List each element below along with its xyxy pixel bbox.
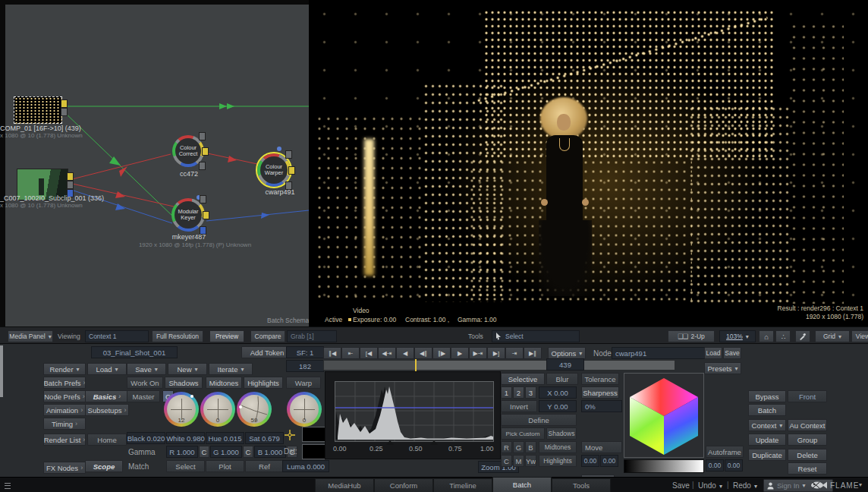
context-dropdown[interactable]: Context: [748, 419, 786, 431]
scope-toggle[interactable]: Scope: [85, 460, 123, 472]
front-button[interactable]: Front: [788, 390, 827, 402]
au-context-button[interactable]: Au Context: [788, 419, 827, 431]
range-shadows-button[interactable]: Shadows: [165, 377, 203, 389]
start-frame-field[interactable]: SF: 1: [286, 346, 324, 358]
selective-2-button[interactable]: 2: [513, 386, 524, 399]
grayscale-ramp[interactable]: [624, 459, 704, 473]
selective-button[interactable]: Selective: [501, 373, 545, 385]
node-save-button[interactable]: Save: [723, 347, 741, 359]
viewing-context-field[interactable]: Context 1: [85, 330, 149, 342]
view-button[interactable]: View: [851, 330, 868, 342]
two-up-button[interactable]: ❑❑2-Up: [668, 330, 715, 342]
node-load-button[interactable]: Load: [704, 347, 722, 359]
define-m-button[interactable]: M: [513, 455, 524, 467]
tool-select-field[interactable]: Select: [492, 330, 580, 342]
options-dropdown[interactable]: Options: [548, 347, 586, 359]
panel-scrollbar[interactable]: [0, 345, 3, 397]
transport-prev-key-button[interactable]: ⇤: [341, 347, 360, 359]
warp-button[interactable]: Warp: [286, 377, 321, 389]
selective-1-button[interactable]: 1: [501, 386, 512, 399]
load-dropdown[interactable]: Load: [87, 363, 127, 375]
define-shadows-button[interactable]: Shadows: [546, 427, 577, 440]
autoframe-y-field[interactable]: 0.00: [725, 459, 743, 472]
luma-field[interactable]: Luma 0.000: [282, 460, 329, 472]
batch-schematic-pane[interactable]: COMP_01 [16F->10] (439) x 1080 @ 10 (1.7…: [0, 0, 309, 326]
gamma-r-field[interactable]: R 1.000: [166, 446, 198, 458]
preview-button[interactable]: Preview: [209, 330, 244, 342]
warp-colour-wheel[interactable]: 0: [287, 392, 322, 427]
node-colour-warper[interactable]: ColourWarper: [257, 153, 291, 187]
delete-button[interactable]: Delete: [788, 449, 827, 461]
pick-custom-button[interactable]: Pick Custom: [501, 427, 545, 440]
transport-play-reverse-button[interactable]: ◀: [396, 347, 414, 359]
grab-field[interactable]: Grab [1]: [287, 330, 337, 342]
selective-3-button[interactable]: 3: [525, 386, 536, 399]
subsetups-button[interactable]: Subsetups: [85, 404, 129, 416]
range-highlights-button[interactable]: Highlights: [244, 377, 283, 389]
batch-mode-button[interactable]: Batch: [748, 404, 786, 416]
playhead[interactable]: [415, 359, 417, 371]
sharpness-button[interactable]: Sharpness: [581, 386, 619, 399]
invert-button[interactable]: Invert: [501, 400, 537, 412]
match-ref-button[interactable]: Ref: [245, 460, 284, 472]
highlights-colour-wheel[interactable]: 59: [237, 392, 272, 427]
tab-conform[interactable]: Conform: [374, 478, 433, 492]
brand-caret-icon[interactable]: ▾: [859, 481, 862, 488]
define-yw-button[interactable]: Yw: [525, 455, 536, 467]
tab-timeline[interactable]: Timeline: [433, 478, 492, 492]
viewer[interactable]: Active Video Exposure: 0.00 Contrast: 1.…: [309, 0, 868, 326]
tab-mediahub[interactable]: MediaHub: [315, 478, 374, 492]
clip-node-comp01[interactable]: [14, 96, 62, 124]
colour-picker-button[interactable]: [795, 330, 810, 342]
presets-dropdown[interactable]: Presets: [704, 362, 741, 374]
autoframe-button[interactable]: Autoframe: [706, 446, 744, 458]
home-button[interactable]: ⌂: [759, 330, 774, 342]
move-x-field[interactable]: 0.00: [581, 455, 599, 467]
node-name-field[interactable]: cwarp491: [612, 347, 706, 359]
tolerance-button[interactable]: Tolerance: [581, 373, 619, 385]
tab-batch[interactable]: Batch: [492, 477, 552, 492]
save-dropdown[interactable]: Save: [127, 363, 166, 375]
transport-in-button[interactable]: [◀: [360, 347, 378, 359]
full-resolution-button[interactable]: Full Resolution: [152, 330, 203, 342]
update-button[interactable]: Update: [748, 434, 786, 446]
fx-nodes-button[interactable]: FX Nodes: [43, 462, 86, 474]
range-midtones-button[interactable]: Midtones: [206, 377, 242, 389]
node-prefs-button[interactable]: Node Prefs: [43, 390, 86, 402]
grid-dropdown[interactable]: Grid: [815, 330, 850, 342]
transport-play-button[interactable]: ▶: [451, 347, 469, 359]
reset-button[interactable]: Reset: [788, 462, 827, 475]
match-select-button[interactable]: Select: [166, 460, 205, 472]
blur-y-field[interactable]: Y 0.00: [539, 400, 577, 412]
current-frame-field[interactable]: 182: [286, 360, 324, 372]
transport-last-button[interactable]: ▶∥: [524, 347, 542, 359]
work-on-button[interactable]: Work On: [127, 377, 163, 389]
hist-marker2[interactable]: [430, 440, 438, 445]
define-r-button[interactable]: R: [501, 441, 512, 453]
duplicate-button[interactable]: Duplicate: [748, 449, 786, 461]
batch-prefs-button[interactable]: Batch Prefs: [43, 377, 86, 389]
blur-button[interactable]: Blur: [546, 373, 578, 385]
define-midtones-button[interactable]: Midtones: [539, 441, 577, 453]
gamma-b-field[interactable]: B 1.000: [254, 446, 286, 458]
fit-view-button[interactable]: ∴: [775, 330, 791, 342]
node-colour-correct[interactable]: ColourCorrect: [172, 135, 204, 167]
master-button[interactable]: Master: [127, 390, 160, 402]
bypass-button[interactable]: Bypass: [748, 390, 786, 402]
transport-goto-end-button[interactable]: ⇥: [505, 347, 524, 359]
move-button[interactable]: Move: [581, 441, 622, 453]
define-g-button[interactable]: G: [513, 441, 524, 453]
transport-step-back-button[interactable]: ◀∥: [414, 347, 432, 359]
define-c-button[interactable]: C: [501, 455, 512, 467]
move-y-field[interactable]: 0.00: [600, 455, 618, 467]
sat-field[interactable]: Sat 0.679: [245, 432, 284, 444]
compare-button[interactable]: Compare: [250, 330, 285, 342]
render-dropdown[interactable]: Render: [43, 363, 86, 375]
home-preset-button[interactable]: Home: [87, 434, 127, 446]
transport-step-back-key-button[interactable]: ◀⇥: [378, 347, 396, 359]
autoframe-x-field[interactable]: 0.00: [706, 459, 724, 472]
save-action[interactable]: Save: [672, 481, 690, 490]
undo-dropdown[interactable]: Undo: [698, 481, 722, 490]
shot-name-field[interactable]: 03_Final_Shot_001: [91, 346, 178, 358]
colour-sampler-icon[interactable]: [284, 429, 296, 441]
